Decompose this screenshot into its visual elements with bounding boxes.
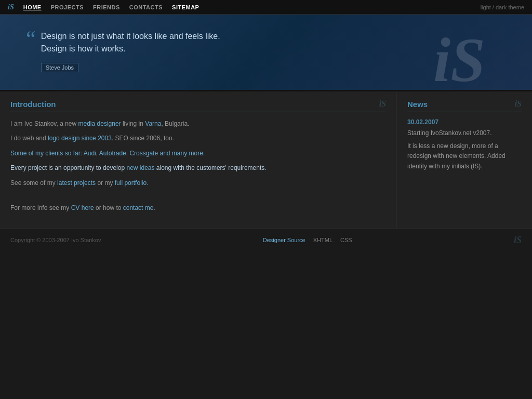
hero-author: Steve Jobs bbox=[41, 63, 78, 72]
media-designer-link[interactable]: media designer bbox=[78, 120, 121, 127]
footer-logo: iS bbox=[514, 235, 522, 246]
clients-link[interactable]: Some of my clients so far: Audi, Autotra… bbox=[10, 150, 205, 157]
xhtml-link[interactable]: XHTML bbox=[313, 237, 332, 243]
main-content: Introduction iS I am Ivo Stankov, a new … bbox=[0, 90, 532, 228]
nav-friends[interactable]: FRIENDS bbox=[93, 4, 120, 10]
nav-left: iS HOME PROJECTS FRIENDS CONTACTS SITEMA… bbox=[8, 3, 199, 11]
intro-p4-text2: along with the customers' requirements. bbox=[155, 164, 267, 171]
news-line2: It is less a new design, more of a redes… bbox=[407, 141, 522, 171]
nav-logo: iS bbox=[8, 3, 14, 11]
intro-logo: iS bbox=[379, 99, 386, 109]
intro-p4-text: Every project is an opportunity to devel… bbox=[10, 164, 126, 171]
intro-p1: I am Ivo Stankov, a new media designer l… bbox=[10, 118, 386, 129]
nav-sitemap[interactable]: SITEMAP bbox=[172, 4, 199, 10]
nav-contacts[interactable]: CONTACTS bbox=[129, 4, 163, 10]
intro-p3: Some of my clients so far: Audi, Autotra… bbox=[10, 148, 386, 158]
news-panel: News iS 30.02.2007 Starting IvoStankov.n… bbox=[397, 91, 532, 228]
varna-link[interactable]: Varna bbox=[145, 120, 161, 127]
footer-links: Designer Source XHTML CSS bbox=[263, 237, 352, 243]
news-title: News bbox=[407, 100, 428, 109]
theme-toggle[interactable]: light / dark theme bbox=[481, 4, 524, 10]
news-text: Starting IvoStankov.net v2007. It is les… bbox=[407, 128, 522, 171]
contact-link[interactable]: contact me bbox=[123, 204, 154, 211]
logo-design-link[interactable]: logo design since 2003 bbox=[48, 135, 112, 142]
latest-projects-link[interactable]: latest projects bbox=[57, 179, 96, 187]
new-ideas-link[interactable]: new ideas bbox=[126, 164, 154, 171]
designer-source-link[interactable]: Designer Source bbox=[263, 237, 305, 243]
bottom-empty-area bbox=[0, 252, 532, 397]
cv-link[interactable]: CV here bbox=[71, 204, 94, 211]
intro-title: Introduction bbox=[10, 100, 56, 109]
hero-text: Design is not just what it looks like an… bbox=[41, 30, 506, 72]
intro-body: I am Ivo Stankov, a new media designer l… bbox=[10, 118, 386, 214]
footer: Copyright © 2003-2007 Ivo Stankov Design… bbox=[0, 228, 532, 252]
full-portfolio-link[interactable]: full portfolio bbox=[115, 179, 147, 187]
hero-quote: Design is not just what it looks like an… bbox=[41, 30, 506, 55]
nav-home[interactable]: HOME bbox=[23, 4, 42, 10]
intro-p6: For more info see my CV here or how to c… bbox=[10, 203, 386, 213]
navbar: iS HOME PROJECTS FRIENDS CONTACTS SITEMA… bbox=[0, 0, 532, 15]
intro-header: Introduction iS bbox=[10, 99, 386, 112]
news-logo: iS bbox=[515, 99, 522, 109]
css-link[interactable]: CSS bbox=[340, 237, 352, 243]
quote-mark-icon: “ bbox=[26, 28, 36, 49]
intro-panel: Introduction iS I am Ivo Stankov, a new … bbox=[0, 91, 397, 228]
intro-p4: Every project is an opportunity to devel… bbox=[10, 163, 386, 173]
nav-projects[interactable]: PROJECTS bbox=[51, 4, 84, 10]
news-header: News iS bbox=[407, 99, 522, 112]
intro-p2: I do web and logo design since 2003. SEO… bbox=[10, 133, 386, 143]
news-line1: Starting IvoStankov.net v2007. bbox=[407, 128, 522, 138]
footer-copyright: Copyright © 2003-2007 Ivo Stankov bbox=[10, 237, 101, 243]
news-date: 30.02.2007 bbox=[407, 118, 522, 126]
intro-p5: See some of my latest projects or my ful… bbox=[10, 178, 386, 188]
hero-section: “ Design is not just what it looks like … bbox=[0, 15, 532, 90]
